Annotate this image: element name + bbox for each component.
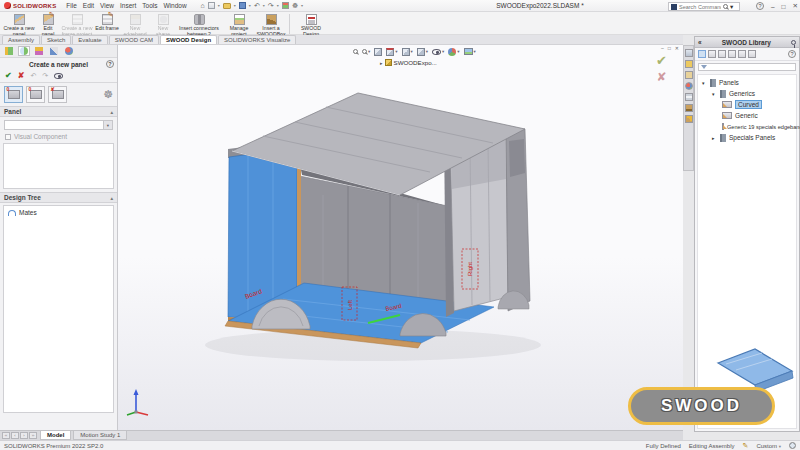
tab-scroll-prev-icon[interactable]: ‹ xyxy=(11,432,19,439)
panel-mode-delete-button[interactable] xyxy=(48,86,67,103)
search-caret-icon[interactable]: ▾ xyxy=(730,3,733,11)
library-help-icon[interactable]: ? xyxy=(788,50,796,58)
tab-scroll-last-icon[interactable]: ›› xyxy=(29,432,37,439)
panel-selection-list[interactable] xyxy=(3,143,114,189)
tab-solidworks-visualize[interactable]: SOLIDWORKS Visualize xyxy=(218,35,296,44)
panel-mode-copy-button[interactable] xyxy=(26,86,45,103)
library-add-icon[interactable] xyxy=(728,50,736,58)
rebuild-icon[interactable] xyxy=(282,2,289,9)
displaymanager-tab[interactable] xyxy=(63,46,75,56)
library-node-panels[interactable]: ▾ Panels xyxy=(699,77,795,88)
save-icon[interactable] xyxy=(239,2,246,9)
design-library-icon[interactable] xyxy=(685,60,693,68)
library-refresh-icon[interactable] xyxy=(738,50,746,58)
library-title: SWOOD Library xyxy=(702,39,791,46)
dimxpert-tab[interactable] xyxy=(48,46,60,56)
expander-icon[interactable]: ▾ xyxy=(702,80,707,86)
motion-study-tab[interactable]: Motion Study 1 xyxy=(73,431,127,440)
library-node-generics[interactable]: ▾ Generics xyxy=(699,88,795,99)
panel-mode-new-button[interactable] xyxy=(4,86,23,103)
van-3d-model[interactable]: Board Left Board Right xyxy=(118,45,683,430)
menu-tools[interactable]: Tools xyxy=(142,2,157,9)
library-filter[interactable] xyxy=(698,63,796,71)
reporting-icon xyxy=(306,14,317,25)
search-scope-icon[interactable] xyxy=(671,4,677,10)
panel-settings-gear-icon[interactable]: ☸ xyxy=(103,89,113,100)
solidworks-resources-icon[interactable] xyxy=(685,49,693,57)
dropdown-caret-icon[interactable]: ▾ xyxy=(103,121,112,129)
expander-icon[interactable]: ▸ xyxy=(712,135,717,141)
swood-library-tab-icon[interactable] xyxy=(685,104,693,112)
library-item-curved[interactable]: Curved xyxy=(699,99,795,110)
visual-component-checkbox[interactable] xyxy=(5,134,11,140)
menu-view[interactable]: View xyxy=(100,2,114,9)
home-icon[interactable]: ⌂ xyxy=(201,2,205,9)
preview-eye-icon[interactable] xyxy=(54,73,63,79)
collapse-caret-icon[interactable]: ▴ xyxy=(110,195,113,201)
new-frame-icon xyxy=(72,14,83,25)
library-filter-input[interactable] xyxy=(709,64,793,70)
help-icon[interactable]: ? xyxy=(756,2,764,10)
panel-thumbnail-icon xyxy=(722,123,724,130)
menu-edit[interactable]: Edit xyxy=(83,2,94,9)
panel-section-header[interactable]: Panel ▴ xyxy=(0,106,117,117)
library-view-details-icon[interactable] xyxy=(718,50,726,58)
design-tree-item-mates[interactable]: Mates xyxy=(6,208,111,217)
library-item-generic19[interactable]: Generic 19 specials edgebands xyxy=(699,121,795,132)
pin-icon[interactable] xyxy=(791,40,796,45)
search-icon[interactable] xyxy=(723,4,728,9)
ok-button[interactable]: ✔ xyxy=(5,71,12,80)
undo-icon[interactable]: ↶ xyxy=(254,2,260,10)
options-gear-icon[interactable]: ☸ xyxy=(292,2,298,10)
titlebar: SOLIDWORKS File Edit View Insert Tools W… xyxy=(0,0,800,12)
menu-insert[interactable]: Insert xyxy=(120,2,136,9)
restore-button[interactable]: □ xyxy=(782,3,786,10)
tab-evaluate[interactable]: Evaluate xyxy=(72,35,107,44)
search-input[interactable] xyxy=(679,4,721,10)
configurations-tab[interactable] xyxy=(33,46,45,56)
custom-properties-icon[interactable] xyxy=(685,93,693,101)
featuremanager-tree-tab[interactable] xyxy=(3,46,15,56)
library-node-specials[interactable]: ▸ Specials Panels xyxy=(699,132,795,143)
graphics-viewport[interactable]: ▾ ▾ ▾ ▾ ▾ ▾ ▾ – □ ✕ ▸ SWOODExpo... ✔ ✘ xyxy=(118,45,683,430)
library-item-generic[interactable]: Generic xyxy=(699,110,795,121)
minimize-button[interactable]: – xyxy=(771,3,775,10)
swood-boxes-tab-icon[interactable] xyxy=(685,115,693,123)
redo-icon[interactable]: ↷ xyxy=(268,2,274,10)
undo-button: ↶ xyxy=(30,72,36,80)
library-view-list-icon[interactable] xyxy=(708,50,716,58)
propertymanager-tab[interactable] xyxy=(18,46,30,56)
cancel-button[interactable]: ✘ xyxy=(18,71,25,80)
edit-sketch-icon[interactable]: ✎ xyxy=(743,442,749,450)
collapse-caret-icon[interactable]: ▴ xyxy=(110,109,113,115)
library-view-thumbnails-icon[interactable] xyxy=(698,50,706,58)
edit-frame-button[interactable]: Edit frame xyxy=(94,13,120,33)
close-button[interactable]: ✕ xyxy=(793,2,798,10)
new-document-icon[interactable] xyxy=(208,2,215,9)
open-icon[interactable] xyxy=(223,3,231,9)
search-commands-box[interactable]: ▾ xyxy=(668,2,740,11)
appearances-icon[interactable] xyxy=(685,82,693,90)
filter-funnel-icon xyxy=(701,65,707,69)
tab-scroll-first-icon[interactable]: ‹‹ xyxy=(2,432,10,439)
task-pane-strip xyxy=(683,45,694,171)
file-explorer-icon[interactable] xyxy=(685,71,693,79)
menu-file[interactable]: File xyxy=(66,2,76,9)
tab-sketch[interactable]: Sketch xyxy=(41,35,71,44)
tab-scroll-next-icon[interactable]: › xyxy=(20,432,28,439)
tab-assembly[interactable]: Assembly xyxy=(2,35,40,44)
design-tree-section-header[interactable]: Design Tree ▴ xyxy=(0,192,117,203)
tab-swood-cam[interactable]: SWOOD CAM xyxy=(109,35,159,44)
tab-swood-design[interactable]: SWOOD Design xyxy=(160,35,217,44)
unit-system-icon[interactable] xyxy=(789,442,796,449)
panel-type-dropdown[interactable]: ▾ xyxy=(4,120,113,130)
panel-help-icon[interactable]: ? xyxy=(106,60,114,68)
status-right: Fully Defined Editing Assembly ✎ Custom … xyxy=(646,442,796,450)
custom-dropdown[interactable]: Custom ▾ xyxy=(756,443,781,449)
model-tab[interactable]: Model xyxy=(40,431,71,440)
library-options-icon[interactable] xyxy=(748,50,756,58)
menu-window[interactable]: Window xyxy=(163,2,186,9)
new-panel-icon xyxy=(14,14,25,25)
property-manager-title: Create a new panel xyxy=(29,61,88,68)
expander-icon[interactable]: ▾ xyxy=(712,91,717,97)
